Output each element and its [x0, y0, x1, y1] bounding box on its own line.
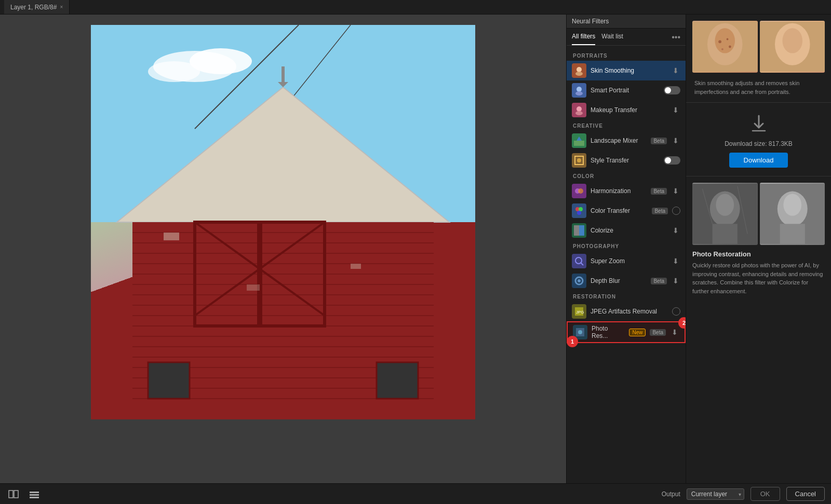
- filter-makeup-transfer[interactable]: Makeup Transfer ⬇: [567, 100, 686, 120]
- colorize-download-icon: ⬇: [671, 226, 680, 235]
- style-transfer-icon: [572, 153, 586, 168]
- svg-point-37: [577, 67, 582, 72]
- compare-layers-icon[interactable]: [6, 487, 21, 501]
- svg-rect-43: [574, 141, 584, 146]
- svg-rect-82: [780, 224, 805, 244]
- color-transfer-icon: [572, 203, 586, 218]
- neural-filters-panel: Neural Filters All filters Wait list •••…: [566, 15, 686, 483]
- skin-smoothing-preview-images: [692, 21, 825, 73]
- restoration-preview-images: [692, 183, 825, 245]
- landscape-mixer-icon: [572, 133, 586, 148]
- filter-photo-restoration[interactable]: Photo Res... New Beta ⬇: [567, 321, 686, 343]
- skin-smoothing-icon: [572, 63, 586, 78]
- right-panel: Skin smoothing adjusts and removes skin …: [686, 15, 831, 483]
- svg-rect-84: [14, 491, 18, 498]
- svg-point-67: [721, 48, 723, 50]
- filter-smart-portrait[interactable]: Smart Portrait: [567, 80, 686, 100]
- tab-close-icon[interactable]: ×: [60, 4, 63, 10]
- depth-blur-download-icon: ⬇: [671, 276, 680, 285]
- skin-after-image: [760, 21, 825, 73]
- filter-super-zoom[interactable]: Super Zoom ⬇: [567, 251, 686, 271]
- tab-wait-list[interactable]: Wait list: [601, 33, 623, 45]
- svg-point-39: [577, 87, 582, 92]
- svg-point-81: [783, 194, 801, 215]
- jpeg-artifacts-circle-icon: [672, 307, 680, 316]
- svg-point-57: [578, 279, 581, 282]
- filter-photo-restoration-wrapper: 1 Photo Res... New Beta ⬇ 2: [567, 321, 686, 343]
- skin-smoothing-preview-section: Skin smoothing adjusts and removes skin …: [686, 15, 831, 103]
- filter-skin-smoothing[interactable]: Skin Smoothing ⬇: [567, 61, 686, 80]
- output-select[interactable]: Current layer New layer New document: [687, 488, 744, 500]
- svg-point-3: [148, 61, 200, 82]
- svg-rect-32: [164, 233, 179, 240]
- colorize-icon: [572, 223, 586, 238]
- ok-button[interactable]: OK: [750, 487, 780, 501]
- svg-rect-30: [148, 362, 190, 399]
- harmonization-label: Harmonization: [591, 187, 647, 195]
- panel-title: Neural Filters: [572, 18, 609, 25]
- depth-blur-beta-badge: Beta: [651, 278, 667, 284]
- svg-rect-83: [9, 491, 13, 498]
- cancel-button[interactable]: Cancel: [786, 487, 825, 501]
- svg-point-46: [577, 158, 581, 162]
- landscape-mixer-beta-badge: Beta: [651, 138, 667, 144]
- jpeg-artifacts-icon: JPG: [572, 304, 586, 319]
- panel-tabs: All filters Wait list •••: [567, 29, 686, 46]
- svg-rect-76: [713, 224, 738, 244]
- filter-color-transfer[interactable]: Color Transfer Beta: [567, 201, 686, 221]
- svg-point-75: [716, 194, 734, 215]
- super-zoom-label: Super Zoom: [591, 257, 667, 265]
- makeup-transfer-label: Makeup Transfer: [591, 106, 667, 114]
- filter-list: PORTRAITS Skin Smoothing ⬇ Smart Portrai…: [567, 46, 686, 483]
- svg-rect-36: [282, 66, 285, 85]
- svg-rect-86: [30, 494, 39, 496]
- style-transfer-label: Style Transfer: [591, 157, 660, 164]
- colorize-label: Colorize: [591, 227, 667, 234]
- filter-landscape-mixer[interactable]: Landscape Mixer Beta ⬇: [567, 131, 686, 151]
- canvas-image: [91, 25, 475, 419]
- svg-line-55: [581, 263, 583, 265]
- tab-all-filters[interactable]: All filters: [572, 33, 595, 45]
- filter-style-transfer[interactable]: Style Transfer: [567, 151, 686, 170]
- restoration-preview-section: Photo Restoration Quickly restore old ph…: [686, 176, 831, 483]
- skin-smoothing-label: Skin Smoothing: [591, 67, 667, 74]
- depth-blur-label: Depth Blur: [591, 277, 647, 284]
- restoration-title: Photo Restoration: [692, 250, 825, 258]
- skin-before-image: [692, 21, 758, 73]
- svg-rect-85: [30, 492, 39, 493]
- skin-smoothing-download-icon: ⬇: [671, 66, 680, 75]
- photo-restoration-label: Photo Res...: [592, 325, 625, 339]
- output-label: Output: [662, 491, 680, 498]
- section-photography: PHOTOGRAPHY: [567, 240, 686, 251]
- filter-harmonization[interactable]: Harmonization Beta ⬇: [567, 181, 686, 201]
- color-transfer-beta-badge: Beta: [652, 208, 668, 214]
- svg-rect-33: [351, 264, 361, 269]
- output-select-wrapper[interactable]: Current layer New layer New document: [687, 488, 744, 500]
- download-button[interactable]: Download: [729, 153, 788, 168]
- smart-portrait-toggle[interactable]: [664, 86, 680, 94]
- jpeg-artifacts-label: JPEG Artifacts Removal: [591, 308, 668, 315]
- layers-icon[interactable]: [27, 487, 42, 501]
- panel-dots-menu[interactable]: •••: [672, 33, 680, 45]
- filter-jpeg-artifacts[interactable]: JPG JPEG Artifacts Removal: [567, 302, 686, 321]
- color-transfer-circle-icon: [672, 207, 680, 215]
- restoration-after-image: [760, 183, 825, 245]
- svg-point-48: [578, 188, 583, 194]
- filter-colorize[interactable]: Colorize ⬇: [567, 221, 686, 240]
- restoration-before-image: [692, 183, 758, 245]
- makeup-transfer-icon: [572, 103, 586, 117]
- style-transfer-toggle[interactable]: [664, 156, 680, 165]
- document-tab[interactable]: Layer 1, RGB/8# ×: [4, 0, 70, 14]
- skin-smoothing-description: Skin smoothing adjusts and removes skin …: [692, 79, 825, 96]
- filter-depth-blur[interactable]: Depth Blur Beta ⬇: [567, 271, 686, 291]
- harmonization-download-icon: ⬇: [671, 186, 680, 196]
- photo-restoration-download-icon[interactable]: ⬇: [670, 328, 679, 337]
- svg-point-41: [577, 106, 582, 112]
- section-color: COLOR: [567, 170, 686, 181]
- super-zoom-icon: [572, 254, 586, 268]
- download-section: Download size: 817.3KB Download: [686, 103, 831, 176]
- landscape-mixer-label: Landscape Mixer: [591, 137, 647, 144]
- svg-point-61: [578, 330, 582, 334]
- photo-restoration-new-badge: New: [629, 329, 646, 336]
- svg-text:JPG: JPG: [576, 310, 584, 315]
